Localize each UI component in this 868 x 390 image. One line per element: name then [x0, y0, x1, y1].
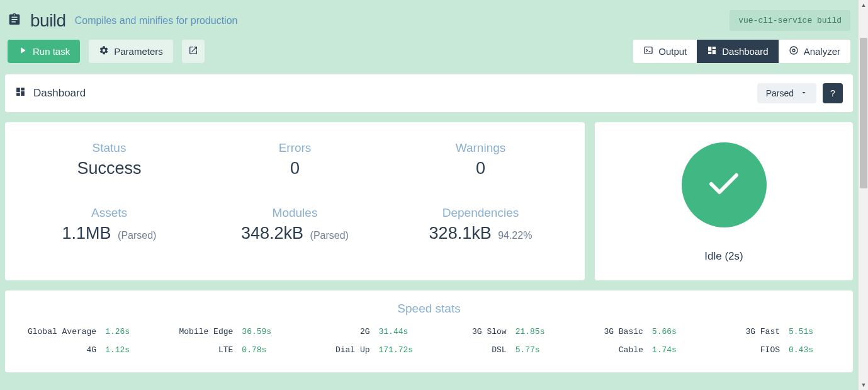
speed-cell-value: 21.85s [516, 327, 552, 336]
stat-deps-label: Dependencies [388, 206, 573, 220]
gear-icon [99, 45, 109, 57]
speed-cell-name: Cable [619, 345, 643, 355]
svg-point-2 [790, 47, 798, 54]
stat-modules: Modules 348.2kB (Parsed) [202, 206, 388, 243]
dashboard-header: Dashboard Parsed ? [5, 74, 853, 112]
speed-cell-name: Dial Up [335, 345, 370, 355]
stat-modules-value: 348.2kB [241, 224, 303, 243]
stat-assets-label: Assets [16, 206, 202, 220]
svg-rect-0 [645, 47, 652, 54]
open-external-button[interactable] [182, 40, 205, 63]
speed-cell-name: FIOS [760, 345, 780, 355]
help-button[interactable]: ? [823, 83, 843, 103]
tab-analyzer-label: Analyzer [804, 46, 840, 57]
speed-cell-value: 5.51s [789, 327, 825, 336]
play-icon [18, 45, 28, 57]
parameters-label: Parameters [114, 46, 163, 57]
speed-cell-value: 1.26s [105, 327, 142, 336]
command-pill: vue-cli-service build [730, 10, 850, 31]
stat-warnings: Warnings 0 [388, 141, 573, 178]
speed-stats-title: Speed stats [19, 302, 839, 316]
success-disc [682, 142, 767, 227]
stat-deps-sub: 94.22% [498, 230, 532, 241]
check-icon [709, 173, 739, 198]
speed-cell-value: 36.59s [242, 327, 278, 336]
stat-assets-sub: (Parsed) [118, 230, 156, 241]
speed-cell: DSL5.77s [429, 345, 566, 355]
speed-cell-value: 1.12s [105, 345, 142, 355]
speed-cell: 2G31.44s [292, 327, 429, 336]
build-stats-card: Status Success Errors 0 Warnings 0 Asset… [5, 122, 585, 280]
tab-output-label: Output [658, 46, 687, 57]
stat-assets: Assets 1.1MB (Parsed) [16, 206, 202, 243]
clipboard-icon [8, 13, 21, 29]
speed-cell-value: 5.66s [652, 327, 689, 336]
parameters-button[interactable]: Parameters [89, 40, 173, 63]
stat-status: Status Success [16, 141, 202, 178]
open-external-icon [188, 45, 198, 57]
analyzer-icon [789, 45, 799, 57]
speed-cell: Mobile Edge36.59s [155, 327, 292, 336]
stat-deps: Dependencies 328.1kB 94.22% [388, 206, 573, 243]
run-task-label: Run task [33, 46, 70, 57]
stat-deps-value: 328.1kB [429, 224, 492, 243]
stat-warnings-value: 0 [388, 159, 573, 178]
tab-dashboard-label: Dashboard [722, 46, 768, 57]
page-subtitle: Compiles and minifies for production [75, 15, 238, 26]
mode-select[interactable]: Parsed [757, 83, 816, 103]
dashboard-icon [707, 45, 717, 57]
speed-cell: 3G Basic5.66s [566, 327, 702, 336]
scrollbar[interactable]: ▲ ▼ [858, 0, 868, 390]
speed-cell-value: 0.43s [789, 345, 825, 355]
speed-cell: LTE0.78s [155, 345, 292, 355]
speed-cell-name: LTE [218, 345, 233, 355]
dashboard-title: Dashboard [33, 87, 86, 100]
speed-cell-value: 1.74s [652, 345, 689, 355]
header-row: build Compiles and minifies for producti… [5, 5, 853, 40]
speed-cell: 4G1.12s [19, 345, 155, 355]
stat-status-label: Status [16, 141, 202, 155]
tab-output[interactable]: Output [633, 40, 697, 63]
speed-cell: 3G Slow21.85s [429, 327, 566, 336]
speed-cell-name: 2G [360, 327, 370, 336]
speed-cell-name: DSL [492, 345, 506, 355]
speed-cell: Cable1.74s [566, 345, 702, 355]
stat-errors-value: 0 [202, 159, 388, 178]
stat-errors-label: Errors [202, 141, 388, 155]
speed-stats-card: Speed stats Global Average1.26sMobile Ed… [5, 290, 853, 372]
run-status-card: Idle (2s) [595, 122, 853, 280]
scrollbar-up-arrow[interactable]: ▲ [859, 0, 868, 10]
speed-cell-name: Global Average [28, 327, 96, 336]
speed-cell-name: 3G Basic [604, 327, 643, 336]
speed-cell-name: Mobile Edge [179, 327, 234, 336]
speed-cell-value: 171.72s [379, 345, 415, 355]
tab-analyzer[interactable]: Analyzer [779, 40, 850, 63]
speed-cell-name: 3G Fast [745, 327, 780, 336]
scrollbar-down-arrow[interactable]: ▼ [859, 380, 868, 390]
speed-cell-value: 5.77s [516, 345, 552, 355]
stat-modules-sub: (Parsed) [310, 230, 349, 241]
speed-cell-value: 31.44s [379, 327, 415, 336]
view-tabs: Output Dashboard Analyzer [633, 40, 850, 63]
mode-select-value: Parsed [766, 88, 794, 98]
run-status-text: Idle (2s) [704, 250, 743, 263]
speed-stats-grid: Global Average1.26sMobile Edge36.59s2G31… [19, 327, 839, 355]
scrollbar-thumb[interactable] [860, 38, 867, 188]
stat-errors: Errors 0 [202, 141, 388, 178]
speed-cell: 3G Fast5.51s [702, 327, 839, 336]
speed-cell-name: 3G Slow [472, 327, 507, 336]
page-title: build [30, 11, 66, 31]
toolbar: Run task Parameters Output [5, 40, 853, 74]
terminal-icon [643, 45, 653, 57]
stat-status-value: Success [16, 159, 202, 178]
dashboard-icon [15, 86, 26, 100]
stat-warnings-label: Warnings [388, 141, 573, 155]
stat-modules-label: Modules [202, 206, 388, 220]
run-task-button[interactable]: Run task [8, 40, 80, 63]
stat-assets-value: 1.1MB [62, 224, 111, 243]
speed-cell-name: 4G [87, 345, 97, 355]
tab-dashboard[interactable]: Dashboard [697, 40, 778, 63]
help-icon: ? [830, 88, 835, 98]
svg-point-1 [792, 49, 795, 52]
speed-cell: Global Average1.26s [19, 327, 155, 336]
